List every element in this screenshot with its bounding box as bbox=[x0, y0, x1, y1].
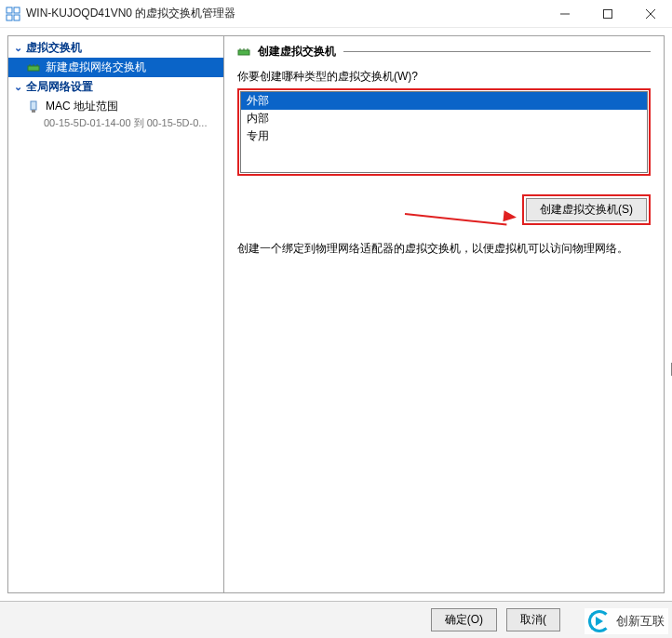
tree-section-virtual-switch[interactable]: ⌄ 虚拟交换机 bbox=[8, 38, 223, 58]
close-button[interactable] bbox=[629, 0, 672, 28]
svg-rect-5 bbox=[604, 9, 612, 18]
annotation-box-create: 创建虚拟交换机(S) bbox=[522, 194, 651, 225]
watermark-logo-icon bbox=[588, 610, 611, 632]
type-description: 创建一个绑定到物理网络适配器的虚拟交换机，以便虚拟机可以访问物理网络。 bbox=[237, 241, 651, 257]
tree-item-mac-range[interactable]: MAC 地址范围 bbox=[8, 97, 223, 116]
svg-rect-13 bbox=[32, 110, 35, 113]
type-prompt: 你要创建哪种类型的虚拟交换机(W)? bbox=[237, 69, 651, 85]
left-pane: ⌄ 虚拟交换机 新建虚拟网络交换机 ⌄ 全局网络设置 MAC 地址范围 00-1… bbox=[8, 36, 224, 592]
create-vswitch-button[interactable]: 创建虚拟交换机(S) bbox=[526, 198, 647, 221]
app-icon bbox=[6, 7, 20, 21]
vswitch-header-icon bbox=[237, 46, 250, 59]
svg-rect-8 bbox=[28, 66, 39, 71]
window-title: WIN-KUJOQD41VN0 的虚拟交换机管理器 bbox=[26, 6, 544, 21]
svg-rect-3 bbox=[14, 15, 20, 20]
right-pane-header: 创建虚拟交换机 bbox=[237, 44, 651, 60]
tree-section-label: 虚拟交换机 bbox=[26, 40, 82, 56]
watermark-text: 创新互联 bbox=[616, 613, 665, 630]
titlebar: WIN-KUJOQD41VN0 的虚拟交换机管理器 bbox=[0, 0, 672, 28]
tree-item-new-vswitch[interactable]: 新建虚拟网络交换机 bbox=[8, 58, 223, 77]
tree-section-label: 全局网络设置 bbox=[26, 79, 93, 95]
tree-item-label: 新建虚拟网络交换机 bbox=[46, 60, 146, 75]
right-pane: 创建虚拟交换机 你要创建哪种类型的虚拟交换机(W)? 外部 内部 专用 创建虚拟… bbox=[224, 36, 664, 592]
dialog-footer: 确定(O) 取消( bbox=[0, 601, 672, 638]
switch-type-listbox[interactable]: 外部 内部 专用 bbox=[240, 91, 648, 173]
nic-icon bbox=[27, 100, 40, 113]
chevron-icon: ⌄ bbox=[14, 42, 22, 54]
maximize-button[interactable] bbox=[586, 0, 629, 28]
tree-item-label: MAC 地址范围 bbox=[46, 99, 118, 114]
switch-type-option-private[interactable]: 专用 bbox=[241, 127, 647, 145]
chevron-icon: ⌄ bbox=[14, 81, 22, 93]
header-divider bbox=[343, 51, 651, 52]
tree-section-global[interactable]: ⌄ 全局网络设置 bbox=[8, 77, 223, 97]
vswitch-icon bbox=[27, 61, 40, 74]
svg-rect-12 bbox=[31, 101, 36, 110]
watermark: 创新互联 bbox=[585, 608, 668, 634]
cancel-button[interactable]: 取消( bbox=[506, 608, 560, 631]
ok-button[interactable]: 确定(O) bbox=[431, 608, 497, 631]
right-pane-title: 创建虚拟交换机 bbox=[258, 44, 336, 60]
content: ⌄ 虚拟交换机 新建虚拟网络交换机 ⌄ 全局网络设置 MAC 地址范围 00-1… bbox=[7, 35, 665, 593]
annotation-arrow bbox=[405, 207, 526, 219]
annotation-box-listbox: 外部 内部 专用 bbox=[237, 88, 651, 176]
window-controls bbox=[544, 0, 672, 28]
svg-rect-0 bbox=[7, 7, 12, 13]
tree-item-mac-subtext: 00-15-5D-01-14-00 到 00-15-5D-0... bbox=[8, 116, 223, 130]
svg-rect-2 bbox=[7, 15, 12, 20]
svg-rect-14 bbox=[238, 50, 249, 55]
svg-rect-1 bbox=[14, 7, 20, 13]
switch-type-option-external[interactable]: 外部 bbox=[241, 92, 647, 110]
create-row: 创建虚拟交换机(S) bbox=[237, 194, 651, 226]
switch-type-option-internal[interactable]: 内部 bbox=[241, 110, 647, 127]
content-wrap: ⌄ 虚拟交换机 新建虚拟网络交换机 ⌄ 全局网络设置 MAC 地址范围 00-1… bbox=[0, 28, 672, 601]
minimize-button[interactable] bbox=[544, 0, 586, 28]
